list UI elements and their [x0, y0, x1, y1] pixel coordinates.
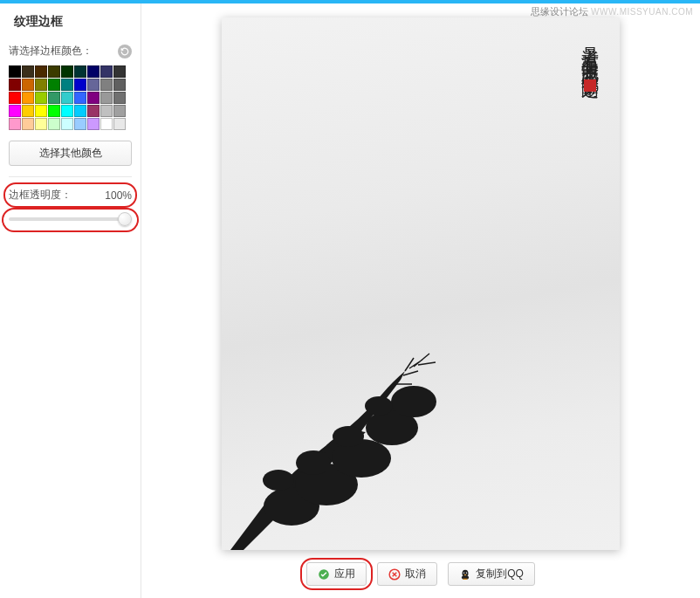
apply-label: 应用: [334, 567, 355, 581]
color-swatch[interactable]: [48, 79, 60, 91]
color-swatch[interactable]: [61, 105, 73, 117]
sidebar-panel: 纹理边框 请选择边框颜色： 选择其他颜色 边框透明度： 100%: [0, 3, 141, 598]
svg-point-13: [463, 572, 464, 573]
button-bar: 应用 取消 复制到QQ: [306, 562, 535, 586]
apply-button[interactable]: 应用: [306, 562, 367, 586]
cancel-button[interactable]: 取消: [377, 562, 437, 586]
color-swatch[interactable]: [9, 105, 21, 117]
color-swatch[interactable]: [22, 92, 34, 104]
color-swatch[interactable]: [48, 92, 60, 104]
close-icon: [388, 568, 401, 581]
svg-point-4: [391, 386, 436, 417]
color-swatch[interactable]: [100, 118, 113, 130]
slider-track: [9, 217, 132, 221]
color-swatch[interactable]: [48, 105, 60, 117]
color-swatch[interactable]: [74, 105, 86, 117]
svg-point-8: [365, 396, 393, 416]
color-swatch[interactable]: [35, 118, 47, 130]
tree-illustration: [230, 323, 492, 550]
color-swatch[interactable]: [35, 92, 47, 104]
color-swatch[interactable]: [87, 92, 100, 104]
calligraphy-line: 千都筆之陽: [580, 61, 600, 70]
qq-icon: [459, 568, 471, 581]
color-swatch[interactable]: [113, 118, 126, 130]
color-swatch[interactable]: [61, 92, 73, 104]
color-swatch[interactable]: [9, 118, 21, 130]
color-swatch[interactable]: [74, 92, 86, 104]
copy-to-qq-button[interactable]: 复制到QQ: [448, 562, 535, 586]
color-swatch[interactable]: [61, 118, 73, 130]
color-swatch[interactable]: [87, 118, 100, 130]
svg-point-6: [263, 470, 294, 491]
color-swatch-grid: [9, 65, 132, 130]
color-swatch[interactable]: [113, 79, 126, 91]
canvas-area: 暑道 石而天宇滅此南 千都筆之陽: [141, 3, 700, 598]
color-swatch[interactable]: [87, 105, 100, 117]
color-swatch[interactable]: [35, 79, 47, 91]
cancel-label: 取消: [405, 567, 426, 581]
check-icon: [318, 568, 330, 581]
color-swatch[interactable]: [35, 65, 47, 78]
color-swatch[interactable]: [113, 105, 126, 117]
seal-icon: [584, 79, 596, 92]
opacity-value: 100%: [105, 189, 132, 202]
copy-qq-label: 复制到QQ: [476, 567, 524, 581]
color-swatch[interactable]: [100, 79, 113, 91]
svg-point-5: [296, 450, 331, 475]
svg-point-15: [464, 574, 467, 574]
svg-point-14: [466, 572, 467, 573]
color-swatch[interactable]: [100, 105, 113, 117]
color-swatch[interactable]: [22, 79, 34, 91]
color-swatch[interactable]: [100, 92, 113, 104]
refresh-icon[interactable]: [118, 45, 132, 58]
panel-title: 纹理边框: [9, 10, 132, 38]
color-swatch[interactable]: [9, 92, 21, 104]
color-swatch[interactable]: [48, 65, 60, 78]
color-swatch[interactable]: [61, 65, 73, 78]
color-swatch[interactable]: [113, 92, 126, 104]
color-picker-label: 请选择边框颜色：: [9, 44, 93, 58]
color-swatch[interactable]: [74, 79, 86, 91]
calligraphy-line: 暑道: [580, 33, 600, 37]
svg-point-7: [333, 426, 364, 447]
watermark-cn: 思缘设计论坛: [531, 6, 588, 17]
color-swatch[interactable]: [113, 65, 126, 78]
slider-thumb[interactable]: [118, 212, 132, 226]
image-preview: 暑道 石而天宇滅此南 千都筆之陽: [222, 17, 620, 550]
color-swatch[interactable]: [87, 65, 100, 78]
color-swatch[interactable]: [48, 118, 60, 130]
opacity-label: 边框透明度：: [9, 188, 72, 203]
color-swatch[interactable]: [9, 79, 21, 91]
choose-other-color-button[interactable]: 选择其他颜色: [9, 141, 132, 166]
color-swatch[interactable]: [22, 118, 34, 130]
color-swatch[interactable]: [9, 65, 21, 78]
opacity-slider[interactable]: [9, 211, 132, 227]
color-swatch[interactable]: [100, 65, 113, 78]
color-swatch[interactable]: [22, 105, 34, 117]
calligraphy-text: 暑道 石而天宇滅此南 千都筆之陽: [576, 33, 604, 92]
divider: [9, 176, 132, 177]
watermark-en: WWW.MISSYUAN.COM: [591, 7, 693, 17]
calligraphy-line: 石而天宇滅此南: [580, 43, 600, 55]
site-watermark: 思缘设计论坛 WWW.MISSYUAN.COM: [531, 5, 693, 18]
color-swatch[interactable]: [87, 79, 100, 91]
color-swatch[interactable]: [74, 118, 86, 130]
color-swatch[interactable]: [74, 65, 86, 78]
color-swatch[interactable]: [61, 79, 73, 91]
color-swatch[interactable]: [22, 65, 34, 78]
color-swatch[interactable]: [35, 105, 47, 117]
